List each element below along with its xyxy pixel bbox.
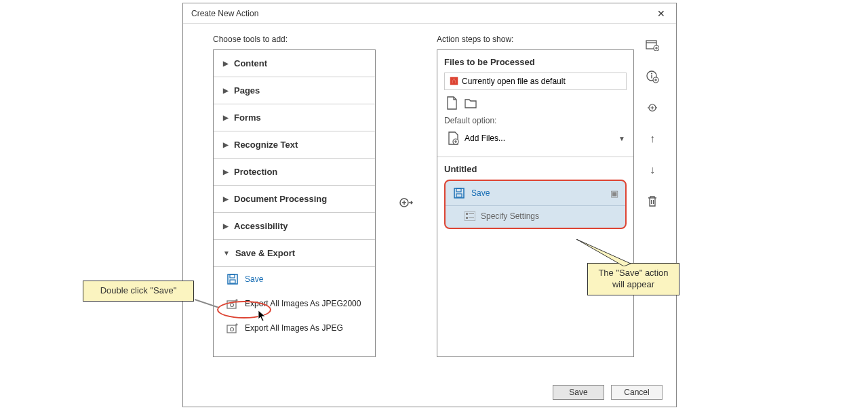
cursor-icon	[258, 310, 267, 322]
callout-save-appears: The "Save" action will appear	[587, 263, 679, 295]
new-file-icon[interactable]	[444, 96, 459, 110]
svg-rect-14	[469, 213, 474, 214]
steps-box: Files to be Processed 🅰 Currently open f…	[437, 49, 634, 357]
add-file-icon	[446, 131, 460, 146]
specify-settings[interactable]: Specify Settings	[446, 205, 625, 228]
steps-panel: Action steps to show: Files to be Proces…	[437, 35, 634, 371]
middle-gap	[376, 35, 437, 371]
save-icon	[226, 272, 239, 286]
svg-rect-3	[227, 301, 236, 308]
move-up-icon[interactable]: ↑	[644, 131, 660, 147]
chevron-right-icon: ▶	[223, 141, 229, 148]
cat-content[interactable]: ▶Content	[214, 50, 375, 77]
tool-export-jpeg2000[interactable]: Export All Images As JPEG2000	[214, 291, 375, 316]
chevron-down-icon: ▼	[223, 249, 230, 257]
step-save[interactable]: Save ▣ Specify Settings	[444, 180, 627, 229]
new-panel-icon[interactable]	[644, 37, 660, 54]
tools-panel: Choose tools to add: ▶Content ▶Pages ▶Fo…	[213, 35, 376, 371]
untitled-heading: Untitled	[444, 164, 627, 174]
steps-label: Action steps to show:	[437, 35, 634, 44]
chevron-right-icon: ▶	[223, 195, 229, 203]
new-divider-icon[interactable]	[644, 100, 660, 116]
cat-forms[interactable]: ▶Forms	[214, 104, 375, 131]
svg-point-4	[231, 304, 234, 307]
cat-save-export[interactable]: ▼Save & Export	[214, 240, 375, 267]
svg-point-21	[651, 73, 652, 75]
dialog-title: Create New Action	[191, 9, 258, 18]
chevron-right-icon: ▶	[223, 60, 229, 67]
cancel-button[interactable]: Cancel	[611, 385, 663, 400]
dropdown-arrow-icon: ▼	[618, 135, 625, 142]
svg-point-6	[231, 328, 234, 331]
delete-icon[interactable]	[644, 193, 660, 209]
tools-label: Choose tools to add:	[213, 35, 376, 44]
default-file-row[interactable]: 🅰 Currently open file as default	[444, 73, 627, 90]
cat-pages[interactable]: ▶Pages	[214, 77, 375, 104]
svg-rect-5	[227, 325, 236, 333]
save-icon	[452, 186, 466, 200]
cat-protection[interactable]: ▶Protection	[214, 159, 375, 186]
chevron-right-icon: ▶	[223, 114, 229, 121]
side-toolbar: ↑ ↓	[642, 35, 663, 371]
tool-save[interactable]: Save	[214, 267, 375, 291]
pdf-icon: 🅰	[450, 77, 458, 85]
settings-list-icon	[465, 211, 475, 221]
svg-rect-0	[228, 274, 237, 284]
svg-rect-13	[466, 213, 468, 215]
svg-rect-11	[456, 194, 462, 197]
svg-rect-2	[230, 280, 235, 283]
titlebar: Create New Action ✕	[183, 3, 676, 24]
create-action-dialog: Create New Action ✕ Choose tools to add:…	[182, 3, 677, 407]
prompt-icon[interactable]: ▣	[610, 188, 618, 199]
svg-rect-16	[469, 218, 474, 218]
svg-rect-9	[454, 188, 464, 198]
svg-rect-15	[466, 217, 468, 219]
folder-icon[interactable]	[463, 96, 478, 110]
new-instruction-icon[interactable]	[644, 68, 660, 85]
cat-accessibility[interactable]: ▶Accessibility	[214, 213, 375, 240]
callout-double-click: Double click "Save"	[83, 281, 194, 302]
close-icon[interactable]: ✕	[652, 5, 671, 22]
add-files-dropdown[interactable]: Add Files... ▼	[444, 128, 627, 148]
cat-recognize-text[interactable]: ▶Recognize Text	[214, 131, 375, 159]
chevron-right-icon: ▶	[223, 87, 229, 94]
export-icon	[226, 321, 239, 335]
add-step-button[interactable]	[397, 193, 416, 212]
chevron-right-icon: ▶	[223, 222, 229, 230]
cat-doc-processing[interactable]: ▶Document Processing	[214, 186, 375, 213]
default-option-label: Default option:	[444, 116, 627, 125]
tool-export-jpeg[interactable]: Export All Images As JPEG	[214, 316, 375, 340]
chevron-right-icon: ▶	[223, 168, 229, 176]
tool-list[interactable]: ▶Content ▶Pages ▶Forms ▶Recognize Text ▶…	[213, 49, 376, 357]
divider	[437, 157, 633, 157]
svg-rect-22	[651, 75, 652, 79]
save-button[interactable]: Save	[553, 385, 604, 400]
export-icon	[226, 297, 239, 310]
files-heading: Files to be Processed	[444, 57, 627, 67]
move-down-icon[interactable]: ↓	[644, 162, 660, 178]
